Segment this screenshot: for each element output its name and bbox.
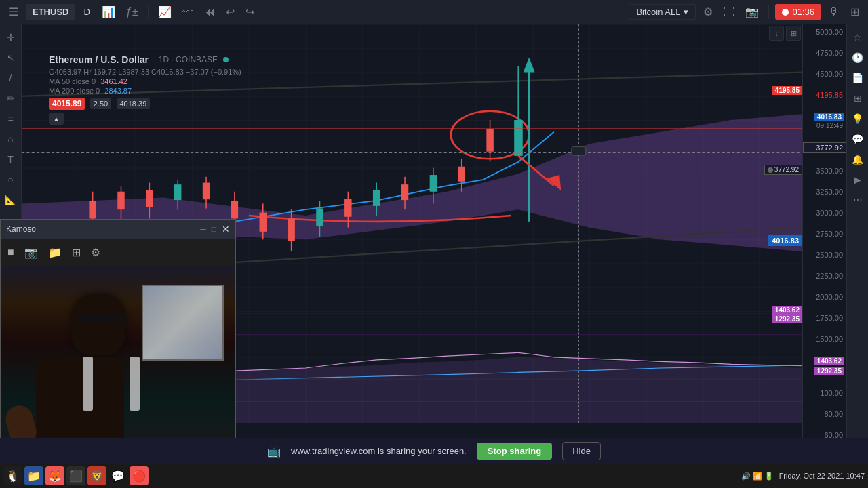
price-badges: 4015.89 2.50 4018.39 — [49, 98, 241, 110]
sunglasses — [78, 313, 125, 321]
watch-list-icon[interactable]: ☆ — [849, 28, 867, 46]
magenta-price-badge-2: 1292.35 — [814, 367, 844, 375]
webcam-record-stop-button[interactable]: ■ — [7, 246, 14, 258]
webcam-toolbar: ■ 📷 📁 ⊞ ⚙ — [1, 239, 235, 266]
webcam-close-button[interactable]: ✕ — [222, 224, 230, 235]
measure-tool[interactable]: 📐 — [2, 191, 20, 209]
svg-rect-25 — [401, 184, 408, 200]
taskbar-firefox-icon[interactable]: 🦊 — [45, 466, 64, 485]
webcam-overlay: Kamoso ─ □ ✕ ■ 📷 📁 ⊞ ⚙ — [0, 219, 236, 456]
webcam-folder-button[interactable]: 📁 — [48, 246, 62, 259]
svg-rect-3 — [89, 201, 96, 218]
right-toolbar: ☆ 🕐 📄 ⊞ 💡 💬 🔔 ▶ ⋯ ⚙ — [846, 24, 868, 464]
undo-icon[interactable]: ↩ — [222, 3, 238, 20]
fib-tool[interactable]: ⌂ — [2, 130, 20, 148]
redo-icon[interactable]: ↪ — [242, 3, 258, 20]
webcam-controls: ─ □ ✕ — [200, 224, 230, 235]
crosshair-price-label: 3772.92 — [764, 165, 802, 175]
pencil-tool[interactable]: ✏ — [2, 89, 20, 107]
taskbar-start-icon[interactable]: 🐧 — [3, 466, 22, 485]
price-label-1750: 1750.00 — [803, 314, 846, 322]
cursor-box — [572, 147, 586, 155]
fullscreen-icon[interactable]: ⛶ — [720, 4, 738, 20]
cursor-tool[interactable]: ↖ — [2, 49, 20, 66]
separator-1 — [148, 5, 149, 19]
more-options-icon[interactable]: ⋯ — [849, 191, 867, 209]
crosshair-tool[interactable]: ✛ — [2, 28, 20, 46]
sharing-text: www.tradingview.com is sharing your scre… — [291, 446, 467, 456]
price-label-3250: 3250.00 — [803, 188, 846, 196]
symbol-button[interactable]: ETHUSD — [26, 4, 75, 20]
chart-settings-icon[interactable]: ⊞ — [849, 89, 867, 107]
stop-sharing-button[interactable]: Stop sharing — [477, 443, 552, 460]
chart-info: Ethereum / U.S. Dollar · 1D · COINBASE O… — [49, 54, 241, 125]
screenshot-icon[interactable]: 📷 — [742, 3, 762, 20]
ethusd-price-group: 4016.83 09:12:49 — [803, 112, 846, 129]
taskbar-item5[interactable]: 🔴 — [130, 466, 149, 485]
webcam-settings-button[interactable]: ⚙ — [91, 246, 100, 259]
replay-icon[interactable]: ⏮ — [201, 4, 218, 20]
ma200-label: MA 200 close 0 — [49, 87, 100, 95]
svg-rect-23 — [373, 190, 380, 206]
svg-rect-19 — [316, 208, 323, 226]
shape-tool[interactable]: ○ — [2, 171, 20, 188]
price-label-100: 100.00 — [803, 389, 846, 397]
indicator-icon[interactable]: ƒ± — [123, 4, 142, 20]
area-chart-icon[interactable]: 〰 — [179, 4, 197, 20]
bar-chart-icon[interactable]: 📈 — [155, 3, 175, 20]
taskbar-files-icon[interactable]: 📁 — [24, 466, 43, 485]
chart-interval-label: · 1D · COINBASE — [154, 55, 218, 64]
background-window — [142, 285, 224, 361]
settings-icon[interactable]: ⚙ — [700, 3, 716, 20]
live-dot-icon — [223, 57, 229, 62]
separator-2 — [768, 5, 769, 19]
ethusd-price-badge: 4016.83 — [814, 113, 844, 121]
svg-rect-27 — [430, 175, 437, 192]
menu-icon[interactable]: ☰ — [5, 3, 22, 20]
hide-sharing-button[interactable]: Hide — [562, 442, 601, 460]
svg-rect-7 — [146, 190, 153, 207]
webcam-feed — [1, 266, 235, 455]
collapse-button[interactable]: ▲ — [49, 113, 64, 125]
chart-expand-icon[interactable]: ⊞ — [786, 26, 801, 41]
magenta-price-label-1: 1403.62 — [772, 306, 802, 314]
draw-tool[interactable]: / — [2, 69, 20, 87]
alert-bell-icon[interactable]: 🔔 — [849, 150, 867, 168]
ethusd-chart-badge: 4016.83 — [768, 235, 802, 246]
price-label-2750: 2750.00 — [803, 230, 846, 238]
price-label-2000: 2000.00 — [803, 293, 846, 301]
chart-type-icon[interactable]: 📊 — [98, 3, 119, 20]
taskbar-terminal-icon[interactable]: ⬛ — [66, 466, 85, 485]
webcam-grid-button[interactable]: ⊞ — [72, 246, 81, 259]
collapse-arrow[interactable]: ▲ — [49, 113, 241, 125]
taskbar-brave-icon[interactable]: 🦁 — [87, 466, 106, 485]
bitcoin-all-selector[interactable]: Bitcoin ALL ▾ — [629, 4, 696, 20]
price-label-5000: 5000.00 — [803, 28, 846, 36]
webcam-maximize-button[interactable]: □ — [212, 224, 216, 235]
download-icon[interactable]: ↓ — [769, 26, 784, 41]
calendar-icon[interactable]: 🕐 — [849, 49, 867, 66]
webcam-capture-button[interactable]: 📷 — [24, 246, 38, 259]
webcam-title: Kamoso — [6, 224, 36, 234]
video-layout-icon[interactable]: ⊞ — [847, 3, 863, 20]
mic-icon[interactable]: 🎙 — [825, 4, 843, 20]
person-body — [36, 357, 124, 438]
indicator-panel-tool[interactable]: ≡ — [2, 110, 20, 127]
svg-rect-17 — [288, 218, 294, 241]
chat-icon[interactable]: 💬 — [849, 130, 867, 148]
news-icon[interactable]: 📄 — [849, 69, 867, 87]
replay-tool[interactable]: ▶ — [849, 171, 867, 188]
webcam-titlebar: Kamoso ─ □ ✕ — [1, 220, 235, 239]
text-tool[interactable]: T — [2, 150, 20, 168]
svg-rect-15 — [260, 213, 267, 232]
interval-d-button[interactable]: D — [79, 4, 94, 20]
shirt-strap-2 — [130, 357, 140, 411]
svg-rect-29 — [458, 167, 465, 182]
chart-symbol-name: Ethereum / U.S. Dollar — [49, 54, 149, 65]
taskbar-discord-icon[interactable]: 💬 — [108, 466, 127, 485]
idea-icon[interactable]: 💡 — [849, 110, 867, 127]
svg-rect-13 — [231, 201, 238, 218]
record-button[interactable]: 01:36 — [775, 4, 821, 20]
chart-top-right-controls: ↓ ⊞ — [769, 26, 801, 41]
webcam-minimize-button[interactable]: ─ — [200, 224, 206, 235]
